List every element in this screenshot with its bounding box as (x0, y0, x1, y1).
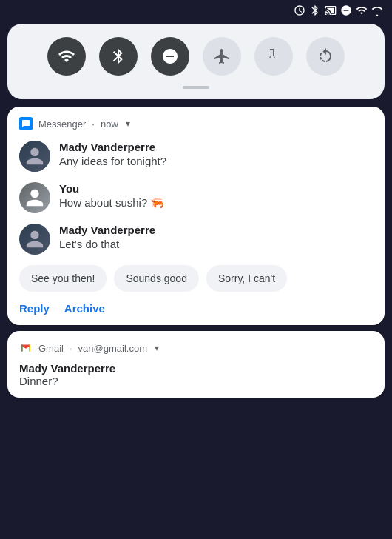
message-text-1: Any ideas for tonight? (59, 154, 166, 169)
gmail-app-name: Gmail (38, 343, 64, 354)
sender-name-1: Mady Vanderperre (59, 141, 166, 154)
wifi-qs-icon (58, 47, 75, 65)
message-text-3: Let's do that (59, 237, 155, 252)
messenger-timestamp: now (101, 118, 118, 130)
messenger-app-icon (19, 117, 33, 130)
message-content-1: Mady Vanderperre Any ideas for tonight? (59, 141, 166, 169)
avatar-mady-2 (19, 224, 50, 255)
status-icons (294, 4, 383, 16)
person-icon-3 (24, 229, 45, 250)
sender-name-2: You (59, 182, 164, 195)
message-row-3: Mady Vanderperre Let's do that (19, 224, 373, 255)
rotate-toggle[interactable] (306, 37, 345, 76)
message-content-3: Mady Vanderperre Let's do that (59, 224, 155, 252)
quick-settings-buttons (22, 37, 370, 76)
dnd-icon (340, 4, 352, 16)
rotate-icon (317, 47, 334, 65)
airplane-toggle[interactable] (203, 37, 241, 76)
notifications-area: Messenger · now ▾ Mady Vanderperre Any i… (0, 107, 392, 398)
dnd-qs-icon (161, 47, 179, 65)
sender-name-3: Mady Vanderperre (59, 224, 155, 237)
airplane-icon (213, 47, 231, 65)
message-row-2: You How about sushi? 🦐 (19, 182, 373, 213)
quick-reply-see-you[interactable]: See you then! (19, 265, 107, 292)
quick-reply-sounds-good[interactable]: Sounds good (114, 265, 199, 292)
wifi-toggle[interactable] (47, 37, 86, 76)
bluetooth-icon (309, 4, 321, 16)
reply-button[interactable]: Reply (19, 302, 50, 315)
quick-reply-sorry[interactable]: Sorry, I can't (206, 265, 287, 292)
gmail-notif-header: Gmail · van@gmail.com ▾ (19, 341, 373, 355)
bottom-handle (183, 86, 209, 89)
flashlight-toggle[interactable] (254, 37, 293, 76)
message-text-2: How about sushi? 🦐 (59, 195, 164, 210)
signal-icon (371, 4, 383, 16)
gmail-subject: Dinner? (19, 375, 373, 387)
gmail-icon (19, 341, 33, 355)
quick-replies: See you then! Sounds good Sorry, I can't (19, 265, 373, 292)
gmail-sender: Mady Vanderperre (19, 362, 373, 375)
messenger-notification: Messenger · now ▾ Mady Vanderperre Any i… (7, 107, 385, 325)
cast-icon (325, 4, 337, 16)
alarm-icon (294, 4, 305, 16)
gmail-dropdown-icon[interactable]: ▾ (155, 343, 159, 353)
messenger-time: · (92, 118, 95, 130)
bluetooth-qs-icon (109, 47, 127, 65)
avatar-you (19, 182, 50, 213)
status-bar (0, 0, 392, 21)
messenger-app-name: Messenger (38, 118, 86, 130)
message-row-1: Mady Vanderperre Any ideas for tonight? (19, 141, 373, 172)
wifi-icon (356, 4, 368, 16)
gmail-account: van@gmail.com (78, 343, 147, 354)
message-content-2: You How about sushi? 🦐 (59, 182, 164, 210)
person-icon-you (24, 187, 45, 208)
messenger-notif-header: Messenger · now ▾ (19, 117, 373, 130)
flashlight-icon (265, 47, 283, 65)
avatar-mady-1 (19, 141, 50, 172)
gmail-notification: Gmail · van@gmail.com ▾ Mady Vanderperre… (7, 331, 385, 398)
dnd-toggle[interactable] (151, 37, 189, 76)
archive-button[interactable]: Archive (64, 302, 105, 315)
bluetooth-toggle[interactable] (99, 37, 138, 76)
messenger-icon (21, 119, 30, 128)
person-icon-1 (24, 146, 45, 167)
quick-settings-panel (7, 24, 385, 99)
notif-actions: Reply Archive (19, 302, 373, 315)
notif-dropdown-icon[interactable]: ▾ (126, 118, 130, 129)
